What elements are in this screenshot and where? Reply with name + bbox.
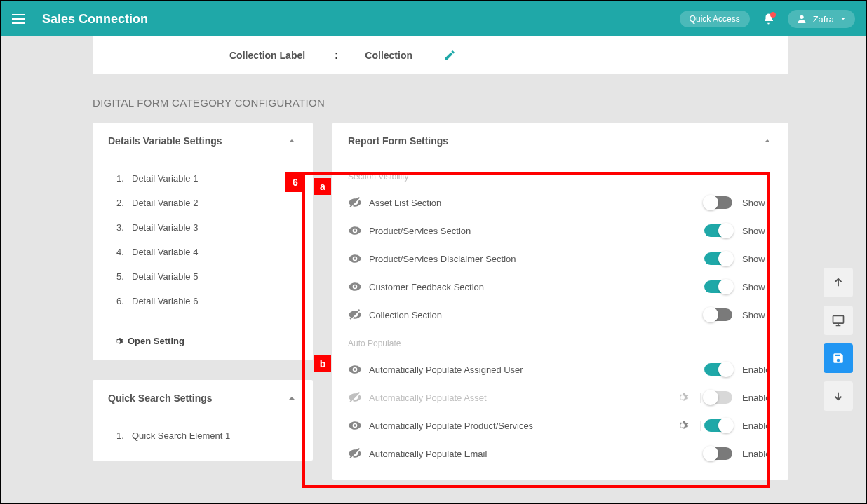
toggle-switch[interactable] (704, 308, 732, 321)
auto-populate-heading: Auto Populate (348, 339, 773, 348)
setting-label: Collection Section (369, 310, 704, 320)
toggle-switch[interactable] (704, 419, 732, 432)
setting-label: Customer Feedback Section (369, 282, 704, 292)
details-card-header[interactable]: Details Variable Settings (93, 123, 313, 159)
toggle-label: Show (742, 282, 773, 292)
setting-row: Product/Services SectionShow (348, 217, 773, 245)
gear-icon (114, 336, 123, 346)
setting-row: Asset List SectionShow (348, 189, 773, 217)
gear-icon[interactable] (676, 419, 697, 432)
app-title: Sales Connection (42, 12, 680, 27)
columns: Details Variable Settings 1.Detail Varia… (93, 123, 788, 480)
setting-label: Automatically Populate Asset (369, 393, 676, 403)
menu-icon[interactable] (12, 9, 32, 29)
content-area: Collection Label : Collection DIGITAL FO… (1, 36, 866, 503)
report-card-title: Report Form Settings (348, 135, 448, 147)
quick-search-card: Quick Search Settings 1.Quick Search Ele… (93, 380, 313, 461)
list-item[interactable]: 5.Detail Variable 5 (108, 264, 297, 289)
collection-field-label: Collection Label (229, 50, 314, 61)
toggle-label: Enable (742, 393, 773, 403)
quick-search-header[interactable]: Quick Search Settings (93, 380, 313, 416)
setting-label: Automatically Populate Product/Services (369, 421, 676, 431)
toggle-label: Enable (742, 421, 773, 431)
user-icon (796, 13, 807, 25)
eye-off-icon[interactable] (348, 390, 369, 404)
setting-label: Product/Services Section (369, 226, 704, 236)
toggle-switch[interactable] (704, 391, 732, 404)
eye-off-icon[interactable] (348, 308, 369, 322)
chevron-up-icon[interactable] (286, 135, 297, 147)
scroll-down-button[interactable] (824, 381, 853, 411)
report-form-card: Report Form Settings Section Visibility … (332, 123, 788, 480)
toggle-label: Show (742, 226, 773, 236)
gear-icon[interactable] (676, 391, 697, 404)
list-item[interactable]: 4.Detail Variable 4 (108, 240, 297, 264)
toggle-switch[interactable] (704, 196, 732, 209)
eye-icon[interactable] (348, 252, 369, 266)
setting-label: Automatically Populate Assigned User (369, 365, 676, 375)
floating-action-column (824, 268, 853, 411)
list-item[interactable]: 3.Detail Variable 3 (108, 215, 297, 240)
svg-point-0 (800, 15, 803, 19)
list-item[interactable]: 1.Quick Search Element 1 (108, 423, 297, 448)
list-item[interactable]: 2.Detail Variable 2 (108, 191, 297, 215)
report-card-header[interactable]: Report Form Settings (332, 123, 788, 159)
report-card-body: Section Visibility Asset List SectionSho… (332, 159, 788, 480)
setting-row: Automatically Populate EmailEnable (348, 440, 773, 468)
app-header: Sales Connection Quick Access Zafra (1, 1, 866, 36)
eye-icon[interactable] (348, 224, 369, 238)
collection-label-card: Collection Label : Collection (93, 36, 788, 74)
section-title: DIGITAL FORM CATEGORY CONFIGURATION (93, 97, 859, 109)
quick-search-title: Quick Search Settings (108, 393, 213, 404)
user-name: Zafra (813, 14, 834, 25)
toggle-label: Show (742, 198, 773, 208)
list-item[interactable]: 6.Detail Variable 6 (108, 289, 297, 313)
toggle-switch[interactable] (704, 447, 732, 460)
toggle-label: Show (742, 254, 773, 264)
eye-off-icon[interactable] (348, 196, 369, 210)
details-variable-card: Details Variable Settings 1.Detail Varia… (93, 123, 313, 360)
chevron-up-icon[interactable] (286, 393, 297, 404)
toggle-switch[interactable] (704, 252, 732, 265)
setting-row: Automatically Populate Assigned UserEnab… (348, 355, 773, 383)
setting-row: Customer Feedback SectionShow (348, 273, 773, 301)
toggle-label: Show (742, 310, 773, 320)
quick-access-button[interactable]: Quick Access (680, 11, 750, 27)
toggle-switch[interactable] (704, 280, 732, 293)
eye-off-icon[interactable] (348, 447, 369, 461)
toggle-switch[interactable] (704, 224, 732, 237)
eye-icon[interactable] (348, 418, 369, 433)
section-visibility-heading: Section Visibility (348, 172, 773, 182)
toggle-switch[interactable] (704, 363, 732, 376)
scroll-up-button[interactable] (824, 268, 853, 297)
preview-button[interactable] (824, 306, 853, 335)
user-menu[interactable]: Zafra (788, 10, 855, 28)
collection-field-value: Collection (365, 50, 412, 61)
detail-variable-list: 1.Detail Variable 1 2.Detail Variable 2 … (93, 159, 313, 326)
notifications-icon[interactable] (762, 13, 775, 25)
edit-icon[interactable] (443, 49, 456, 62)
chevron-up-icon[interactable] (762, 135, 773, 147)
setting-row: Automatically Populate Product/Services|… (348, 411, 773, 440)
svg-rect-1 (833, 315, 844, 323)
eye-icon[interactable] (348, 362, 369, 376)
divider: | (697, 419, 704, 432)
separator: : (335, 49, 338, 62)
eye-icon[interactable] (348, 280, 369, 294)
toggle-label: Enable (742, 449, 773, 459)
setting-row: Collection SectionShow (348, 301, 773, 329)
chevron-down-icon (840, 15, 847, 22)
notification-badge (770, 12, 776, 18)
setting-label: Product/Services Disclaimer Section (369, 254, 704, 264)
left-column: Details Variable Settings 1.Detail Varia… (93, 123, 313, 461)
setting-label: Automatically Populate Email (369, 449, 676, 459)
details-card-title: Details Variable Settings (108, 135, 222, 147)
setting-label: Asset List Section (369, 198, 704, 208)
list-item[interactable]: 1.Detail Variable 1 (108, 166, 297, 191)
save-button[interactable] (824, 343, 853, 373)
quick-search-list: 1.Quick Search Element 1 (93, 416, 313, 461)
open-setting-button[interactable]: Open Setting (93, 326, 313, 360)
toggle-label: Enable (742, 365, 773, 375)
setting-row: Product/Services Disclaimer SectionShow (348, 245, 773, 273)
setting-row: Automatically Populate Asset|Enable (348, 383, 773, 411)
